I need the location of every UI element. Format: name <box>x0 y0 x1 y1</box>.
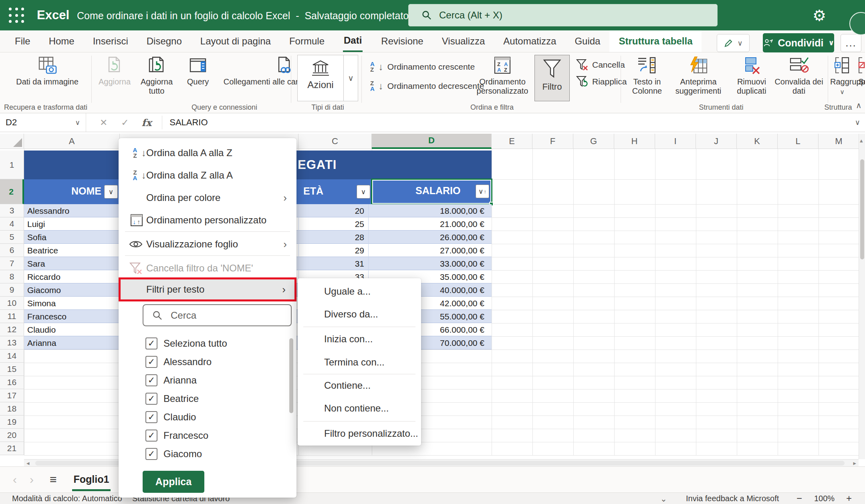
checkbox-checked-icon[interactable]: ✓ <box>145 411 157 423</box>
cell-nome[interactable]: Alessandro <box>27 204 119 217</box>
filter-value-select-all[interactable]: ✓Seleziona tutto <box>119 335 287 352</box>
editing-mode-button[interactable]: ∨ <box>717 34 750 52</box>
nome-filter-button[interactable]: ∨ <box>104 185 118 199</box>
anteprima-suggerimenti-button[interactable]: Anteprima suggerimenti <box>668 56 728 96</box>
row-header-15[interactable]: 15 <box>0 363 24 376</box>
cell-nome[interactable]: Giacomo <box>27 283 119 297</box>
submenu-item-termina-con-[interactable]: Termina con... <box>298 352 421 372</box>
row-header-9[interactable]: 9 <box>0 283 24 297</box>
row-header-20[interactable]: 20 <box>0 429 24 442</box>
next-sheet-icon[interactable]: › <box>30 473 34 486</box>
feedback-link[interactable]: Invia feedback a Microsoft <box>686 494 779 503</box>
aggiorna-button[interactable]: Aggiorna <box>95 56 134 86</box>
sheet-tab-foglio1[interactable]: Foglio1 <box>72 468 111 491</box>
checkbox-checked-icon[interactable]: ✓ <box>145 374 157 386</box>
calc-mode-status[interactable]: Modalità di calcolo: Automatico <box>12 494 122 503</box>
cell-nome[interactable]: Claudio <box>27 323 119 336</box>
cell-nome[interactable]: Luigi <box>27 217 119 231</box>
tab-dati[interactable]: Dati <box>334 30 372 52</box>
column-header-L[interactable]: L <box>778 134 819 149</box>
cell-nome[interactable]: Sofia <box>27 231 119 244</box>
row-header-19[interactable]: 19 <box>0 416 24 429</box>
testo-in-colonne-button[interactable]: Testo in Colonne <box>625 56 669 96</box>
row-header-21[interactable]: 21 <box>0 442 24 455</box>
menu-custom-sort[interactable]: ↓↑ Ordinamento personalizzato <box>119 209 296 231</box>
submenu-item-non-contiene-[interactable]: Non contiene... <box>298 398 421 418</box>
row-header-17[interactable]: 17 <box>0 389 24 402</box>
menu-text-filters[interactable]: Filtri per testo › <box>119 277 296 301</box>
row-header-5[interactable]: 5 <box>0 231 24 244</box>
chevron-down-icon[interactable]: ∨ <box>343 55 358 101</box>
convalida-dati-button[interactable]: Convalida dei dati <box>773 56 825 96</box>
document-title[interactable]: Come ordinare i dati in un foglio di cal… <box>77 10 421 22</box>
tab-visualizza[interactable]: Visualizza <box>433 30 494 52</box>
cell-nome[interactable]: Francesco <box>27 310 119 323</box>
filter-value-arianna[interactable]: ✓Arianna <box>119 372 287 389</box>
submenu-item-contiene-[interactable]: Contiene... <box>298 375 421 396</box>
menu-clear-filter[interactable]: Cancella filtro da 'NOME' <box>119 257 296 279</box>
tab-disegno[interactable]: Disegno <box>137 30 191 52</box>
cell-eta[interactable]: 20 <box>298 204 369 217</box>
row-header-11[interactable]: 11 <box>0 310 24 323</box>
ordinamento-crescente-button[interactable]: AZ↓ Ordinamento crescente <box>370 61 475 72</box>
cell-nome[interactable]: Riccardo <box>27 270 119 283</box>
column-header-G[interactable]: G <box>573 134 614 149</box>
column-header-A[interactable]: A <box>24 134 120 149</box>
column-header-E[interactable]: E <box>492 134 532 149</box>
ordinamento-decrescente-button[interactable]: ZA↓ Ordinamento decrescente <box>370 80 484 92</box>
filter-value-claudio[interactable]: ✓Claudio <box>119 409 287 426</box>
confirm-icon[interactable]: ✓ <box>121 117 129 128</box>
collapse-ribbon-icon[interactable]: ∧ <box>856 100 862 110</box>
column-header-F[interactable]: F <box>532 134 573 149</box>
row-header-4[interactable]: 4 <box>0 217 24 231</box>
rimuovi-duplicati-button[interactable]: Rimuovi duplicati <box>730 56 773 96</box>
filter-value-beatrice[interactable]: ✓Beatrice <box>119 390 287 407</box>
status-chevron-icon[interactable]: ⌄ <box>660 494 667 504</box>
gear-icon[interactable]: ⚙ <box>813 7 826 24</box>
ribbon-overflow-icon[interactable]: › <box>859 76 862 86</box>
fx-icon[interactable]: fx <box>142 117 152 129</box>
cell-nome[interactable]: Arianna <box>27 336 119 349</box>
column-header-D[interactable]: D <box>372 134 492 149</box>
name-box[interactable]: D2∨ <box>0 113 86 132</box>
cell-salario[interactable]: 18.000,00 € <box>372 204 488 217</box>
app-launcher-icon[interactable] <box>9 8 25 24</box>
row-header-6[interactable]: 6 <box>0 244 24 257</box>
cell-nome[interactable]: Sara <box>27 257 119 270</box>
checkbox-checked-icon[interactable]: ✓ <box>145 430 157 442</box>
row-header-8[interactable]: 8 <box>0 270 24 283</box>
tab-file[interactable]: File <box>6 30 40 52</box>
submenu-item-diverso-da-[interactable]: Diverso da... <box>298 304 421 324</box>
riapplica-filtro-button[interactable]: Riapplica <box>576 76 627 88</box>
formula-input[interactable]: SALARIO <box>169 117 208 128</box>
salario-filter-sort-button[interactable]: ∨↑ <box>476 185 489 198</box>
cell-salario[interactable]: 21.000,00 € <box>372 217 488 231</box>
vertical-scrollbar[interactable]: ▴ <box>859 134 865 459</box>
row-header-18[interactable]: 18 <box>0 402 24 416</box>
tab-automatizza[interactable]: Automatizza <box>494 30 565 52</box>
menu-sort-za[interactable]: ZA↓ Ordina dalla Z alla A <box>119 165 296 186</box>
submenu-item-uguale-a-[interactable]: Uguale a... <box>298 281 421 301</box>
tab-inserisci[interactable]: Inserisci <box>84 30 137 52</box>
checkbox-checked-icon[interactable]: ✓ <box>145 393 157 405</box>
tab-home[interactable]: Home <box>40 30 84 52</box>
vertical-scroll-thumb[interactable] <box>860 159 864 259</box>
column-header-C[interactable]: C <box>298 134 372 149</box>
zoom-in-icon[interactable]: + <box>846 493 852 504</box>
cancel-icon[interactable]: ✕ <box>100 117 107 128</box>
cell-eta[interactable]: 25 <box>298 217 369 231</box>
row-header-10[interactable]: 10 <box>0 297 24 310</box>
scroll-left-icon[interactable]: ◂ <box>26 460 30 467</box>
eta-filter-button[interactable]: ∨ <box>357 185 370 199</box>
menu-sort-az[interactable]: AZ↓ Ordina dalla A alla Z <box>119 142 296 164</box>
column-header-I[interactable]: I <box>655 134 696 149</box>
dati-da-immagine-button[interactable]: Dati da immagine <box>11 56 83 86</box>
row-header-12[interactable]: 12 <box>0 323 24 336</box>
filter-value-francesco[interactable]: ✓Francesco <box>119 427 287 444</box>
ordinamento-personalizzato-button[interactable]: ZAAZ Ordinamento personalizzato <box>473 56 532 96</box>
apply-button[interactable]: Applica <box>143 471 204 493</box>
cell-nome[interactable]: Beatrice <box>27 244 119 257</box>
query-button[interactable]: Query <box>181 56 215 86</box>
submenu-item-filtro-personalizzato-[interactable]: Filtro personalizzato... <box>298 424 421 444</box>
submenu-item-inizia-con-[interactable]: Inizia con... <box>298 329 421 349</box>
